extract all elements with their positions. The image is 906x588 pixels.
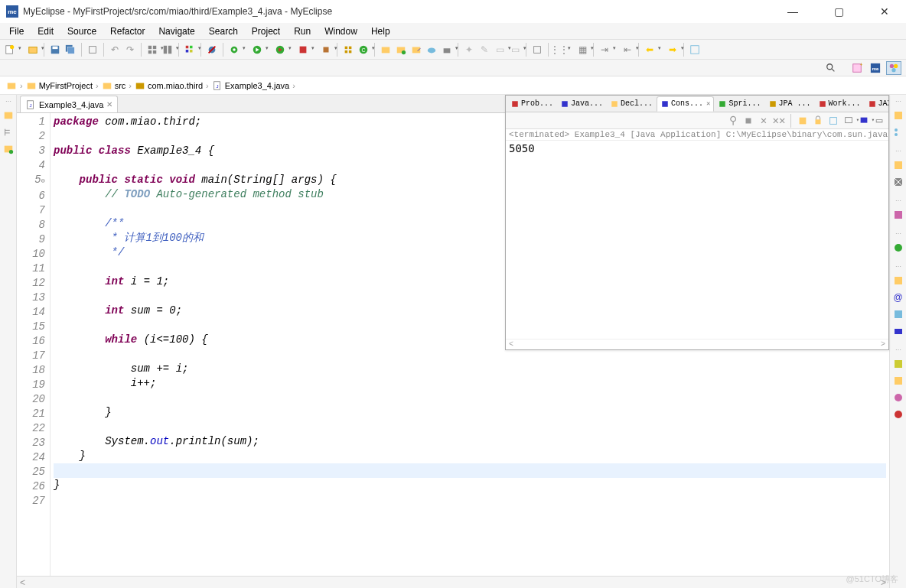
close-tab-icon[interactable]: ✕ [106,100,112,109]
editor-tab[interactable]: J Example3_4.java ✕ [20,96,118,112]
sort-button[interactable]: ⋮⋮ [552,43,566,57]
new-package-button[interactable] [341,43,355,57]
search-icon[interactable] [823,61,839,75]
breadcrumb-item[interactable]: src [102,80,126,91]
r-icon-1[interactable] [892,159,904,171]
window-title: MyEclipse - MyFirstProject/src/com/miao/… [23,6,777,17]
edit-button[interactable]: ▭ [493,43,507,57]
open-perspective-button[interactable]: + [849,61,865,75]
r-icon-11[interactable] [892,391,904,404]
scroll-lock-icon[interactable] [812,115,824,127]
svg-rect-7 [90,46,96,53]
save-button[interactable] [48,43,62,57]
myeclipse-perspective-button[interactable]: me [868,61,883,75]
remove-all-icon[interactable]: ✕✕ [773,115,785,127]
minimize-button[interactable]: — [777,5,808,18]
r-icon-5[interactable] [892,275,904,287]
folder3-button[interactable] [409,43,423,57]
svg-rect-11 [153,50,156,53]
r-icon-12[interactable] [892,408,904,421]
breadcrumb-item[interactable]: MyFirstProject [26,80,93,91]
redo-button[interactable]: ↷ [123,43,137,57]
r-icon-8[interactable] [892,325,904,337]
menu-navigate[interactable]: Navigate [152,24,200,38]
layout2-button[interactable] [161,43,174,57]
menu-edit[interactable]: Edit [31,24,60,38]
svg-rect-80 [895,161,902,169]
menu-source[interactable]: Source [61,24,103,38]
pin-button[interactable] [688,43,702,57]
svg-line-41 [832,68,835,71]
pin-console-icon[interactable]: ⚲ [727,115,739,127]
tool-button[interactable] [86,43,99,57]
wand-button[interactable]: ✦ [462,43,476,57]
display-icon[interactable] [842,115,855,127]
menu-run[interactable]: Run [288,24,317,38]
r-icon-9[interactable] [892,358,904,370]
r-icon-3[interactable] [892,209,904,221]
r-icon-7[interactable] [892,308,904,320]
remove-launch-icon[interactable]: ✕ [758,115,770,127]
cloud-button[interactable] [425,43,438,57]
coverage-button[interactable] [273,43,287,57]
undo-button[interactable]: ↶ [108,43,122,57]
outline-icon[interactable] [892,126,904,138]
svg-point-40 [827,63,833,69]
editor-scrollbar[interactable]: <> [17,576,889,588]
console-toolbar: ⚲ ✕ ✕✕ ▭ [506,113,888,129]
navigator-icon[interactable] [2,143,15,155]
stop-button[interactable] [319,43,333,57]
debug-button[interactable] [227,43,241,57]
forward-button[interactable]: ➡ [666,43,680,57]
minimize-view-icon[interactable]: ▭ [873,115,885,127]
view-button[interactable] [183,43,197,57]
svg-rect-27 [349,46,352,49]
clear-icon[interactable] [797,115,809,127]
r-icon-10[interactable] [892,375,904,387]
terminate-icon[interactable] [742,115,754,127]
new-class-button[interactable]: C [357,43,370,57]
close-button[interactable]: ✕ [869,5,900,18]
outdent-button[interactable]: ⇤ [621,43,634,57]
folder1-button[interactable] [379,43,393,57]
breadcrumb-item[interactable]: JExample3_4.java [212,80,289,91]
pencil-button[interactable]: ✎ [477,43,491,57]
menu-help[interactable]: Help [365,24,396,38]
console-scrollbar[interactable]: <> [506,339,888,349]
word-wrap-icon[interactable] [827,115,839,127]
breadcrumb-item[interactable]: com.miao.third [135,80,203,91]
menu-project[interactable]: Project [246,24,286,38]
back-button[interactable]: ⬅ [643,43,657,57]
menu-refactor[interactable]: Refactor [104,24,151,38]
new-button[interactable] [3,43,17,57]
more-button[interactable]: ▭ [508,43,522,57]
breadcrumb-item[interactable] [6,80,17,91]
border-button[interactable] [530,43,544,57]
external-button[interactable] [296,43,310,57]
r-icon-6[interactable]: @ [892,291,904,304]
new-project-button[interactable] [26,43,40,57]
save-all-button[interactable] [64,43,77,57]
console-output[interactable]: 5050 [506,141,888,339]
menu-window[interactable]: Window [318,24,363,38]
hierarchy-icon[interactable] [2,126,15,138]
svg-rect-24 [300,46,307,53]
deploy-button[interactable] [440,43,454,57]
menu-search[interactable]: Search [203,24,244,38]
open-console-icon[interactable] [858,115,870,127]
skip-breakpoints-button[interactable] [205,43,219,57]
layout-button[interactable] [145,43,159,57]
run-button[interactable] [250,43,264,57]
toggle-button[interactable]: ▦ [575,43,589,57]
task-list-icon[interactable] [892,109,904,122]
package-explorer-icon[interactable] [2,109,15,122]
maximize-button[interactable]: ▢ [823,5,854,18]
menu-file[interactable]: File [3,24,30,38]
indent-button[interactable]: ⇥ [598,43,611,57]
java-perspective-button[interactable] [886,61,901,75]
r-icon-4[interactable] [892,242,904,254]
svg-rect-14 [186,45,189,48]
svg-rect-51 [103,83,111,89]
r-icon-2[interactable] [892,176,904,188]
folder2-button[interactable] [394,43,408,57]
